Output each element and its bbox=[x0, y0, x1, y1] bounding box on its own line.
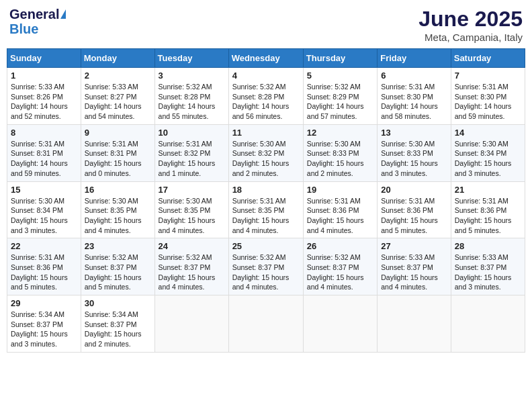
cell-content: Sunrise: 5:32 AMSunset: 8:37 PMDaylight:… bbox=[232, 253, 300, 292]
cell-content: Sunrise: 5:32 AMSunset: 8:29 PMDaylight:… bbox=[307, 82, 373, 122]
calendar-cell: 14Sunrise: 5:30 AMSunset: 8:34 PMDayligh… bbox=[451, 124, 525, 181]
cell-content: Sunrise: 5:32 AMSunset: 8:28 PMDaylight:… bbox=[232, 82, 300, 122]
cell-content: Sunrise: 5:33 AMSunset: 8:37 PMDaylight:… bbox=[381, 253, 447, 292]
calendar-cell: 11Sunrise: 5:30 AMSunset: 8:32 PMDayligh… bbox=[228, 124, 303, 181]
calendar-cell: 29Sunrise: 5:34 AMSunset: 8:37 PMDayligh… bbox=[7, 295, 81, 353]
day-number: 15 bbox=[11, 185, 77, 195]
calendar-cell: 25Sunrise: 5:32 AMSunset: 8:37 PMDayligh… bbox=[228, 238, 303, 295]
calendar-cell: 17Sunrise: 5:30 AMSunset: 8:35 PMDayligh… bbox=[154, 181, 228, 238]
calendar-cell: 10Sunrise: 5:31 AMSunset: 8:32 PMDayligh… bbox=[154, 124, 228, 181]
calendar-cell: 2Sunrise: 5:33 AMSunset: 8:27 PMDaylight… bbox=[81, 68, 154, 125]
cell-content: Sunrise: 5:30 AMSunset: 8:34 PMDaylight:… bbox=[455, 139, 521, 179]
cell-content: Sunrise: 5:31 AMSunset: 8:30 PMDaylight:… bbox=[455, 82, 521, 122]
calendar-cell: 9Sunrise: 5:31 AMSunset: 8:31 PMDaylight… bbox=[81, 124, 154, 181]
calendar-cell: 15Sunrise: 5:30 AMSunset: 8:34 PMDayligh… bbox=[7, 181, 81, 238]
week-row-2: 8Sunrise: 5:31 AMSunset: 8:31 PMDaylight… bbox=[7, 124, 525, 181]
day-number: 20 bbox=[381, 185, 447, 195]
cell-content: Sunrise: 5:32 AMSunset: 8:37 PMDaylight:… bbox=[159, 253, 225, 292]
day-number: 28 bbox=[455, 241, 521, 251]
cell-content: Sunrise: 5:30 AMSunset: 8:33 PMDaylight:… bbox=[307, 139, 373, 179]
day-number: 18 bbox=[232, 185, 300, 195]
calendar-cell bbox=[378, 295, 451, 353]
day-number: 11 bbox=[232, 128, 300, 138]
header-row: SundayMondayTuesdayWednesdayThursdayFrid… bbox=[7, 49, 525, 68]
calendar-cell: 27Sunrise: 5:33 AMSunset: 8:37 PMDayligh… bbox=[378, 238, 451, 295]
calendar-cell: 1Sunrise: 5:33 AMSunset: 8:26 PMDaylight… bbox=[7, 68, 81, 125]
header-wednesday: Wednesday bbox=[228, 49, 303, 68]
day-number: 13 bbox=[381, 128, 447, 138]
calendar-table: SundayMondayTuesdayWednesdayThursdayFrid… bbox=[7, 48, 525, 353]
day-number: 6 bbox=[381, 71, 447, 81]
cell-content: Sunrise: 5:30 AMSunset: 8:35 PMDaylight:… bbox=[85, 196, 151, 236]
day-number: 17 bbox=[159, 185, 225, 195]
day-number: 7 bbox=[455, 71, 521, 81]
week-row-1: 1Sunrise: 5:33 AMSunset: 8:26 PMDaylight… bbox=[7, 68, 525, 125]
header-thursday: Thursday bbox=[303, 49, 377, 68]
cell-content: Sunrise: 5:32 AMSunset: 8:37 PMDaylight:… bbox=[307, 253, 373, 292]
week-row-4: 22Sunrise: 5:31 AMSunset: 8:36 PMDayligh… bbox=[7, 238, 525, 295]
calendar-cell bbox=[154, 295, 228, 353]
calendar-cell bbox=[451, 295, 525, 353]
day-number: 25 bbox=[232, 241, 300, 251]
header-tuesday: Tuesday bbox=[154, 49, 228, 68]
header-saturday: Saturday bbox=[451, 49, 525, 68]
location-subtitle: Meta, Campania, Italy bbox=[418, 32, 523, 43]
calendar-cell: 4Sunrise: 5:32 AMSunset: 8:28 PMDaylight… bbox=[228, 68, 303, 125]
month-title: June 2025 bbox=[418, 7, 523, 32]
day-number: 2 bbox=[85, 71, 151, 81]
cell-content: Sunrise: 5:30 AMSunset: 8:34 PMDaylight:… bbox=[11, 196, 77, 236]
day-number: 1 bbox=[11, 71, 77, 81]
day-number: 5 bbox=[307, 71, 373, 81]
day-number: 27 bbox=[381, 241, 447, 251]
calendar-cell: 6Sunrise: 5:31 AMSunset: 8:30 PMDaylight… bbox=[378, 68, 451, 125]
logo-text-general: General bbox=[9, 7, 59, 21]
cell-content: Sunrise: 5:33 AMSunset: 8:27 PMDaylight:… bbox=[85, 82, 151, 122]
logo-text-blue: Blue bbox=[9, 21, 66, 36]
week-row-3: 15Sunrise: 5:30 AMSunset: 8:34 PMDayligh… bbox=[7, 181, 525, 238]
header-sunday: Sunday bbox=[7, 49, 81, 68]
page-header: General Blue June 2025 Meta, Campania, I… bbox=[7, 7, 525, 43]
cell-content: Sunrise: 5:31 AMSunset: 8:36 PMDaylight:… bbox=[381, 196, 447, 236]
day-number: 8 bbox=[11, 128, 77, 138]
day-number: 4 bbox=[232, 71, 300, 81]
header-monday: Monday bbox=[81, 49, 154, 68]
day-number: 24 bbox=[159, 241, 225, 251]
cell-content: Sunrise: 5:33 AMSunset: 8:37 PMDaylight:… bbox=[455, 253, 521, 292]
day-number: 9 bbox=[85, 128, 151, 138]
calendar-cell: 3Sunrise: 5:32 AMSunset: 8:28 PMDaylight… bbox=[154, 68, 228, 125]
calendar-cell: 12Sunrise: 5:30 AMSunset: 8:33 PMDayligh… bbox=[303, 124, 377, 181]
calendar-cell: 7Sunrise: 5:31 AMSunset: 8:30 PMDaylight… bbox=[451, 68, 525, 125]
day-number: 16 bbox=[85, 185, 151, 195]
day-number: 21 bbox=[455, 185, 521, 195]
calendar-cell: 30Sunrise: 5:34 AMSunset: 8:37 PMDayligh… bbox=[81, 295, 154, 353]
cell-content: Sunrise: 5:34 AMSunset: 8:37 PMDaylight:… bbox=[11, 310, 77, 349]
day-number: 10 bbox=[159, 128, 225, 138]
cell-content: Sunrise: 5:31 AMSunset: 8:36 PMDaylight:… bbox=[11, 253, 77, 292]
calendar-cell: 8Sunrise: 5:31 AMSunset: 8:31 PMDaylight… bbox=[7, 124, 81, 181]
logo-triangle-icon bbox=[60, 9, 66, 19]
cell-content: Sunrise: 5:31 AMSunset: 8:36 PMDaylight:… bbox=[455, 196, 521, 236]
cell-content: Sunrise: 5:31 AMSunset: 8:31 PMDaylight:… bbox=[11, 139, 77, 179]
cell-content: Sunrise: 5:31 AMSunset: 8:35 PMDaylight:… bbox=[232, 196, 300, 236]
header-friday: Friday bbox=[378, 49, 451, 68]
week-row-5: 29Sunrise: 5:34 AMSunset: 8:37 PMDayligh… bbox=[7, 295, 525, 353]
calendar-cell: 18Sunrise: 5:31 AMSunset: 8:35 PMDayligh… bbox=[228, 181, 303, 238]
day-number: 19 bbox=[307, 185, 373, 195]
day-number: 22 bbox=[11, 241, 77, 251]
cell-content: Sunrise: 5:30 AMSunset: 8:32 PMDaylight:… bbox=[232, 139, 300, 179]
calendar-cell: 22Sunrise: 5:31 AMSunset: 8:36 PMDayligh… bbox=[7, 238, 81, 295]
day-number: 26 bbox=[307, 241, 373, 251]
calendar-cell: 23Sunrise: 5:32 AMSunset: 8:37 PMDayligh… bbox=[81, 238, 154, 295]
cell-content: Sunrise: 5:32 AMSunset: 8:37 PMDaylight:… bbox=[85, 253, 151, 292]
calendar-cell: 24Sunrise: 5:32 AMSunset: 8:37 PMDayligh… bbox=[154, 238, 228, 295]
calendar-cell: 19Sunrise: 5:31 AMSunset: 8:36 PMDayligh… bbox=[303, 181, 377, 238]
cell-content: Sunrise: 5:31 AMSunset: 8:36 PMDaylight:… bbox=[307, 196, 373, 236]
cell-content: Sunrise: 5:33 AMSunset: 8:26 PMDaylight:… bbox=[11, 82, 77, 122]
calendar-cell: 5Sunrise: 5:32 AMSunset: 8:29 PMDaylight… bbox=[303, 68, 377, 125]
calendar-cell bbox=[303, 295, 377, 353]
cell-content: Sunrise: 5:34 AMSunset: 8:37 PMDaylight:… bbox=[85, 310, 151, 349]
day-number: 12 bbox=[307, 128, 373, 138]
cell-content: Sunrise: 5:30 AMSunset: 8:33 PMDaylight:… bbox=[381, 139, 447, 179]
cell-content: Sunrise: 5:31 AMSunset: 8:30 PMDaylight:… bbox=[381, 82, 447, 122]
calendar-cell: 13Sunrise: 5:30 AMSunset: 8:33 PMDayligh… bbox=[378, 124, 451, 181]
